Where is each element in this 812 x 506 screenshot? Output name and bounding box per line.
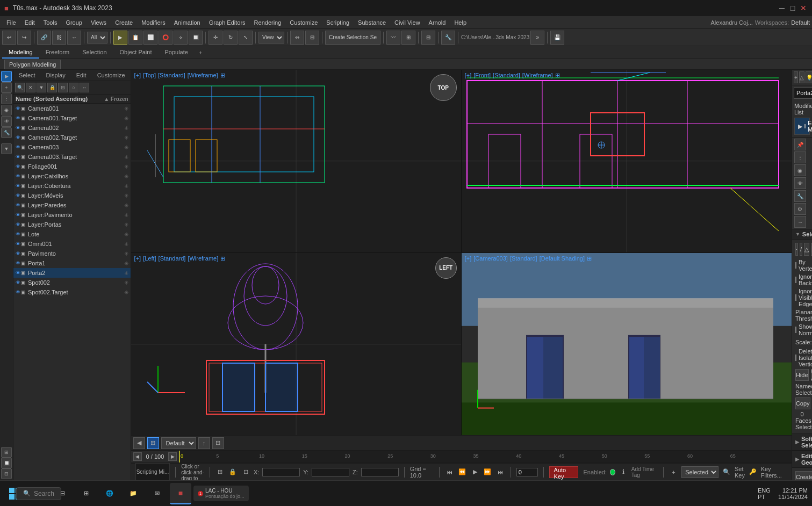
auto-key-button[interactable]: Auto Key xyxy=(549,466,578,478)
create-mode-icon[interactable]: + xyxy=(1,82,12,93)
layer-collapse-btn[interactable]: ◀ xyxy=(133,437,145,449)
undo-btn[interactable]: ↩ xyxy=(2,31,16,45)
scene-row[interactable]: 👁 ▣ Camera002 ✳ xyxy=(13,123,131,133)
save-btn[interactable]: 💾 xyxy=(550,31,564,45)
layer-dropdown[interactable]: Default xyxy=(161,437,196,449)
delete-isolated-checkbox[interactable] xyxy=(795,355,796,361)
z-input[interactable] xyxy=(361,468,399,476)
scene-tab-customize[interactable]: Customize xyxy=(92,70,131,81)
objects-btn[interactable]: ○ xyxy=(69,83,78,92)
select-object-btn[interactable]: ▶ xyxy=(113,31,127,45)
vp-top-toggle[interactable]: ⊞ xyxy=(220,72,225,79)
set-key-btn[interactable]: Set Key xyxy=(735,466,745,478)
menu-group[interactable]: Group xyxy=(61,18,87,27)
vertex-select-btn[interactable]: · xyxy=(795,243,798,256)
display-icon[interactable]: 👁 xyxy=(1,116,12,127)
scene-row[interactable]: 👁 ▣ Omni001 ✳ xyxy=(13,239,131,249)
scene-row[interactable]: 👁 ▣ Lote ✳ xyxy=(13,229,131,239)
tab-freeform[interactable]: Freeform xyxy=(39,47,76,59)
layer-layers-btn[interactable]: ⊟ xyxy=(212,437,224,449)
redo-btn[interactable]: ↪ xyxy=(17,31,31,45)
menu-create[interactable]: Create xyxy=(111,18,137,27)
scene-row[interactable]: 👁 ▣ Layer:Portas ✳ xyxy=(13,220,131,229)
vp-top-standard[interactable]: [Standard] xyxy=(158,72,185,79)
menu-rendering[interactable]: Rendering xyxy=(250,18,286,27)
vp-top-view[interactable]: [Top] xyxy=(143,72,156,79)
align-btn[interactable]: ⊟ xyxy=(305,31,319,45)
close-button[interactable]: ✕ xyxy=(799,4,808,12)
plus-tab-btn[interactable]: + xyxy=(199,49,202,56)
titlebar-controls[interactable]: ─ □ ✕ xyxy=(778,4,808,12)
rect-select-btn[interactable]: ⬜ xyxy=(143,31,157,45)
scene-tab-select[interactable]: Select xyxy=(13,70,41,81)
file-explorer-btn[interactable]: 📁 xyxy=(123,483,144,504)
name-column-header[interactable]: Name (Sorted Ascending) xyxy=(16,96,104,102)
circle-select-btn[interactable]: ⭕ xyxy=(159,31,173,45)
edge-browser-btn[interactable]: 🌐 xyxy=(99,483,120,504)
vp-top-wireframe[interactable]: [Wireframe] xyxy=(188,72,218,79)
vp-camera-plus[interactable]: [+] xyxy=(465,255,472,262)
widgets-btn[interactable]: ⊞ xyxy=(75,483,97,504)
show-normals-checkbox[interactable] xyxy=(795,327,796,333)
edge-select-btn[interactable]: / xyxy=(800,243,802,256)
plus-btn[interactable]: + xyxy=(669,466,679,478)
vp-left-nav[interactable]: LEFT xyxy=(435,257,457,279)
utilities-icon[interactable]: 🔧 xyxy=(1,127,12,138)
playback-next[interactable]: ⏩ xyxy=(483,466,493,478)
info-btn[interactable]: ℹ xyxy=(619,466,628,478)
search-filter-btn[interactable]: 🔍 xyxy=(15,83,25,92)
scene-row[interactable]: 👁 ▣ Layer:Pavimento ✳ xyxy=(13,210,131,220)
scene-row[interactable]: 👁 ▣ Porta1 ✳ xyxy=(13,258,131,268)
layer-expand-grid-btn[interactable]: ⊞ xyxy=(147,437,159,449)
menu-substance[interactable]: Substance xyxy=(354,18,390,27)
timeline-track[interactable]: 0 5 10 15 20 25 30 35 40 45 50 55 60 65 xyxy=(179,451,792,462)
minimize-button[interactable]: ─ xyxy=(778,4,786,12)
notification-panel[interactable]: 1 LAC - HOU Pontuação do jo... xyxy=(193,486,249,501)
clock-display[interactable]: 12:21 PM 11/14/2024 xyxy=(778,487,808,500)
object-name-input[interactable] xyxy=(794,87,812,99)
menu-customize[interactable]: Customize xyxy=(285,18,322,27)
mirror-btn[interactable]: ⇔ xyxy=(290,31,304,45)
scene-row[interactable]: 👁 ▣ Camera001.Target ✳ xyxy=(13,113,131,123)
maximize-button[interactable]: □ xyxy=(788,4,797,12)
abs-rel-btn[interactable]: ⊡ xyxy=(241,466,250,478)
menu-civil-view[interactable]: Civil View xyxy=(390,18,424,27)
scripting-mini-panel[interactable]: Scripting Mi... xyxy=(135,463,170,481)
create-btn[interactable]: Create xyxy=(795,471,812,480)
key-icon[interactable]: 🔑 xyxy=(748,466,758,478)
vp-front-view[interactable]: [Front] xyxy=(473,72,491,79)
scene-row[interactable]: 👁 ▣ Camera001 ✳ xyxy=(13,104,131,113)
clear-search-btn[interactable]: ✕ xyxy=(26,83,35,92)
menu-tools[interactable]: Tools xyxy=(39,18,62,27)
vp-top-plus[interactable]: [+] xyxy=(134,72,141,79)
3dsmax-taskbar-btn[interactable]: ■ xyxy=(170,483,191,504)
lock-icon-btn[interactable]: 🔒 xyxy=(228,466,238,478)
viewport-layout-dropdown[interactable]: View xyxy=(258,32,284,44)
tab-populate[interactable]: Populate xyxy=(158,47,194,59)
expand-btn[interactable]: ↔ xyxy=(80,83,89,92)
soft-selection-header[interactable]: ▶ Soft Selection xyxy=(792,434,812,451)
filter-options-btn[interactable]: ▼ xyxy=(37,83,46,92)
system-tray[interactable]: ENG PT xyxy=(753,483,775,504)
vp-front-wireframe[interactable]: [Wireframe] xyxy=(522,72,553,79)
mail-btn[interactable]: ✉ xyxy=(146,483,168,504)
lock-btn[interactable]: 🔒 xyxy=(47,83,57,92)
more-options-btn[interactable]: » xyxy=(530,31,544,45)
menu-file[interactable]: File xyxy=(2,18,20,27)
curve-editor-btn[interactable]: 〰 xyxy=(386,31,400,45)
tab-modeling[interactable]: Modeling xyxy=(2,47,39,59)
layer-up-btn[interactable]: ↑ xyxy=(198,437,210,449)
ignore-visible-edges-checkbox[interactable] xyxy=(795,294,796,301)
playback-end[interactable]: ⏭ xyxy=(495,466,505,478)
motion-icon[interactable]: ◉ xyxy=(1,105,12,115)
scale-btn[interactable]: ⤡ xyxy=(239,31,253,45)
face-select-btn[interactable]: △ xyxy=(804,243,809,256)
y-input[interactable] xyxy=(312,468,349,476)
rp-create-tab[interactable]: + xyxy=(794,71,798,83)
task-view-btn[interactable]: ⊟ xyxy=(52,483,73,504)
viewport-top[interactable]: [+] [Top] [Standard] [Wireframe] ⊞ TOP xyxy=(131,70,461,252)
scene-row[interactable]: 👁 ▣ Foliage001 ✳ xyxy=(13,162,131,171)
hierarchy-icon[interactable]: ⋮ xyxy=(1,93,12,104)
by-vertex-checkbox[interactable] xyxy=(795,262,796,269)
vp-front-plus[interactable]: [+] xyxy=(465,72,472,79)
